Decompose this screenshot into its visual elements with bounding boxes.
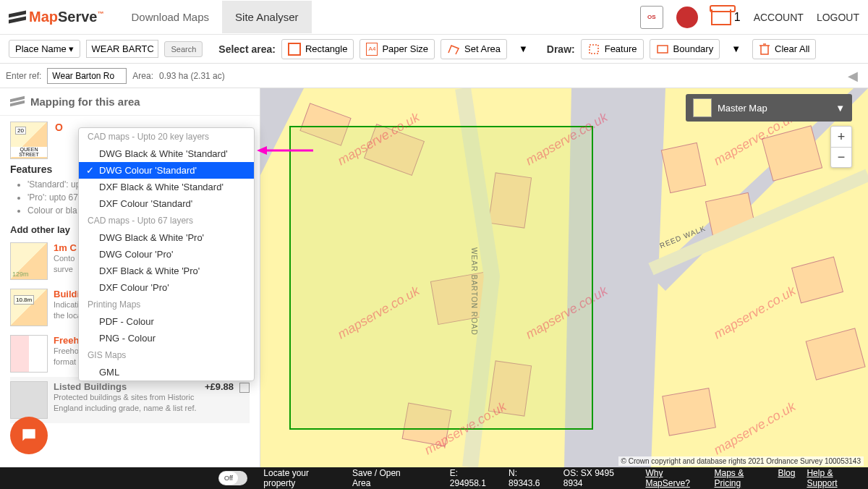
select-area-label: Select area: [218,43,276,55]
basket-count: 1 [734,11,741,24]
dd-item-pdf-colour[interactable]: PDF - Colour [79,313,254,330]
os-mastermap-link[interactable]: O [55,122,63,133]
chevron-down-icon: ▼ [835,103,845,114]
feature-button[interactable]: Feature [581,39,644,59]
boundary-icon [656,43,669,56]
dd-item-png-colour[interactable]: PNG - Colour [79,330,254,346]
svg-rect-19 [663,388,716,435]
format-dropdown-menu: CAD maps - Upto 20 key layers DWG Black … [78,127,255,381]
locate-label: Locate your property [263,468,336,488]
blog-link[interactable]: Blog [778,468,795,488]
toolbar: Place Name ▾ Search Select area: Rectang… [0,35,868,64]
easting-value: E: 294958.1 [450,468,493,488]
os-grid-value: OS: SX 9495 8934 [563,468,630,488]
top-header: MapServe™ Download Maps Site Analyser OS… [0,0,868,35]
save-open-area-button[interactable]: Save / Open Area [352,468,415,488]
rectangle-icon [288,43,301,56]
boundary-button[interactable]: Boundary [650,39,720,59]
logout-link[interactable]: LOGOUT [817,12,859,23]
locate-toggle[interactable]: Off [218,471,247,485]
collapse-sidebar-button[interactable]: ◀ [843,68,862,84]
rectangle-button[interactable]: Rectangle [281,39,354,59]
chat-button[interactable] [10,417,48,454]
freehold-thumb [10,335,48,373]
layer-thumb-icon [693,98,712,117]
pointer-arrow-icon [257,142,315,159]
listed-price: +£9.88 [205,381,234,392]
dd-item-dxf-colour-pro[interactable]: DXF Colour 'Pro' [79,279,254,296]
logo-text-1: Map [29,9,58,25]
layers-icon [9,10,26,25]
draw-label: Draw: [547,43,575,55]
svg-marker-3 [257,146,267,155]
chat-icon [20,426,38,445]
feature-icon [587,43,600,56]
trademark: ™ [98,10,104,17]
area-caret-button[interactable]: ▼ [513,41,534,57]
paper-icon: A4 [366,43,378,56]
footer-bar: Off Locate your property Save / Open Are… [0,467,868,489]
polygon-icon [447,43,460,56]
dd-item-dxf-bw-std[interactable]: DXF Black & White 'Standard' [79,179,254,195]
basket-button[interactable]: 1 [711,9,741,25]
tab-site-analyser[interactable]: Site Analyser [222,1,312,33]
clear-all-button[interactable]: Clear All [752,39,816,59]
northing-value: N: 89343.6 [509,468,548,488]
listed-title[interactable]: Listed Buildings [54,381,199,392]
nav-tabs: Download Maps Site Analyser [119,1,312,33]
toggle-knob: Off [219,472,238,485]
paper-size-button[interactable]: A4Paper Size [359,39,435,59]
set-area-button[interactable]: Set Area [441,39,507,59]
dd-group-3: Printing Maps [79,296,254,313]
ref-bar: Enter ref: Area: 0.93 ha (2.31 ac) ◀ [0,64,868,88]
tab-download-maps[interactable]: Download Maps [119,1,223,33]
map-attribution: © Crown copyright and database rights 20… [618,456,864,466]
account-link[interactable]: ACCOUNT [754,12,804,23]
sidebar: Mapping for this area 20 QUEEN STREET O … [0,88,260,467]
dd-item-dwg-bw-std[interactable]: DWG Black & White 'Standard' [79,145,254,162]
area-label: Area: [132,71,153,81]
contours-thumb [10,242,48,280]
dd-item-dxf-colour-std[interactable]: DXF Colour 'Standard' [79,195,254,212]
why-mapserve-link[interactable]: Why MapServe? [645,468,702,488]
dd-item-dxf-bw-pro[interactable]: DXF Black & White 'Pro' [79,263,254,279]
area-value: 0.93 ha (2.31 ac) [159,71,225,81]
sidebar-title: Mapping for this area [0,88,260,116]
zoom-control: + − [830,126,852,168]
trash-icon [759,43,770,56]
dd-group-1: CAD maps - Upto 20 key layers [79,128,254,145]
svg-rect-1 [658,46,668,53]
listed-checkbox[interactable] [239,383,250,393]
place-name-dropdown[interactable]: Place Name ▾ [9,40,80,58]
ref-input[interactable] [47,68,127,84]
help-support-link[interactable]: Help & Support [807,468,859,488]
os-partner-badge: OS [640,6,663,29]
dd-group-2: CAD maps - Upto 67 layers [79,212,254,229]
selection-rectangle[interactable] [289,126,593,430]
dd-item-dwg-colour-std[interactable]: DWG Colour 'Standard' [79,162,254,179]
zoom-in-button[interactable]: + [831,127,851,147]
logo-text-2: Serve [58,9,98,25]
rics-badge-icon [676,7,698,28]
dd-item-dwg-colour-pro[interactable]: DWG Colour 'Pro' [79,246,254,263]
building-heights-thumb [10,289,48,326]
search-input[interactable] [86,40,158,58]
svg-rect-0 [590,45,598,54]
map-layer-selector[interactable]: Master Map ▼ [686,94,852,122]
basket-icon [711,9,731,25]
dd-item-dwg-bw-pro[interactable]: DWG Black & White 'Pro' [79,229,254,246]
zoom-out-button[interactable]: − [831,147,851,167]
dd-item-gml[interactable]: GML [79,364,254,380]
layer-row-listed: Listed Buildings Protected buildings & s… [10,377,250,423]
maps-pricing-link[interactable]: Maps & Pricing [715,468,767,488]
enter-ref-label: Enter ref: [6,71,41,81]
search-button[interactable]: Search [164,41,203,57]
listed-desc: Protected buildings & sites from Histori… [54,392,199,414]
logo[interactable]: MapServe™ [9,9,104,25]
map-canvas[interactable]: WEAR BARTON ROAD REED WALK mapserve.co.u… [260,88,868,467]
boundary-caret-button[interactable]: ▼ [726,41,746,57]
layers-small-icon [10,96,25,108]
os-thumb: 20 QUEEN STREET [10,122,48,159]
dd-group-4: GIS Maps [79,346,254,364]
listed-thumb [10,381,48,419]
